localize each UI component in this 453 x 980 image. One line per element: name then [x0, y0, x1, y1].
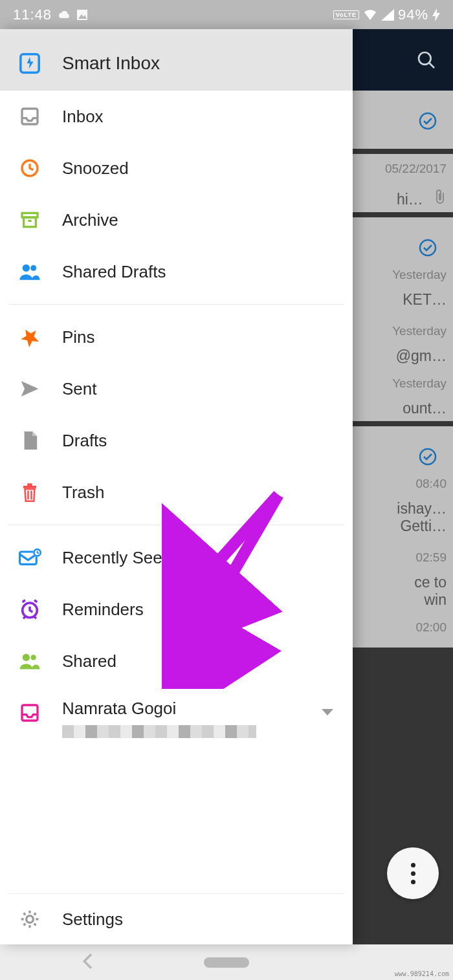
mail-date: 05/22/2017	[353, 162, 447, 176]
mail-snippet2: Getti…	[353, 517, 447, 535]
mail-snippet: hi…	[397, 191, 423, 208]
account-email-redacted	[62, 725, 256, 738]
watermark: www.989214.com	[395, 970, 449, 977]
shared-icon	[18, 649, 41, 673]
mail-row[interactable]: 02:00	[353, 613, 453, 648]
mail-date: Yesterday	[353, 324, 447, 338]
status-left-icons	[58, 9, 88, 21]
svg-line-5	[429, 63, 434, 68]
drawer-item-inbox[interactable]: Inbox	[0, 91, 353, 142]
drawer-item-label: Trash	[62, 483, 105, 503]
drawer-item-label: Sent	[62, 379, 97, 399]
mail-row[interactable]	[353, 91, 453, 149]
attachment-icon	[435, 189, 447, 208]
svg-point-37	[27, 916, 34, 923]
drawer-item-trash[interactable]: Trash	[0, 466, 353, 518]
search-icon[interactable]	[416, 50, 437, 71]
mail-snippet: ishay…	[353, 500, 447, 517]
svg-line-32	[34, 616, 36, 618]
status-right-icons: VoLTE 94%	[333, 6, 440, 23]
drawer-item-recently-seen[interactable]: Recently Seen	[0, 532, 353, 583]
archive-icon	[18, 208, 41, 232]
drawer-item-snoozed[interactable]: Snoozed	[0, 142, 353, 194]
svg-rect-35	[22, 705, 38, 721]
nav-back-button[interactable]	[81, 953, 94, 972]
mail-row[interactable]: 02:59 ce to win	[353, 543, 453, 613]
svg-line-31	[23, 616, 25, 618]
status-time: 11:48	[13, 6, 52, 23]
drawer-item-smart-inbox[interactable]: Smart Inbox	[0, 36, 353, 91]
app-topbar	[353, 29, 453, 91]
svg-marker-2	[381, 9, 394, 21]
gear-icon	[18, 908, 41, 931]
mail-snippet2: win	[353, 591, 447, 609]
drawer-item-label: Inbox	[62, 107, 104, 127]
svg-line-29	[23, 600, 25, 602]
drawer-item-drafts[interactable]: Drafts	[0, 415, 353, 466]
mail-date: 08:40	[353, 477, 447, 491]
svg-point-6	[420, 113, 436, 129]
navigation-drawer: Smart Inbox Inbox Snoozed Archive	[0, 29, 353, 944]
image-icon	[76, 9, 88, 21]
drawer-item-label: Settings	[62, 909, 123, 930]
svg-point-8	[420, 449, 436, 464]
svg-point-34	[30, 655, 36, 660]
snoozed-icon	[18, 157, 41, 180]
mail-row[interactable]: 05/22/2017 hi…	[353, 154, 453, 212]
svg-point-33	[23, 654, 30, 661]
android-navbar	[0, 944, 453, 980]
drawer-item-sent[interactable]: Sent	[0, 363, 353, 415]
drafts-icon	[18, 429, 41, 452]
volte-icon: VoLTE	[333, 10, 359, 19]
mail-snippet: ount…	[353, 400, 447, 417]
check-icon	[418, 238, 437, 261]
mail-row[interactable]: Yesterday ount…	[353, 369, 453, 421]
drawer-item-label: Drafts	[62, 431, 107, 451]
mail-snippet: ce to	[353, 574, 447, 591]
mail-date: 02:00	[353, 620, 447, 635]
drawer-item-label: Pins	[62, 327, 95, 347]
check-icon	[418, 111, 437, 135]
drawer-item-pins[interactable]: Pins	[0, 311, 353, 363]
svg-marker-3	[432, 8, 440, 21]
battery-text: 94%	[398, 6, 428, 23]
cloud-icon	[58, 10, 71, 19]
sent-icon	[18, 377, 41, 400]
mail-row[interactable]: Yesterday KET…	[353, 217, 453, 316]
nav-home-button[interactable]	[204, 957, 249, 968]
svg-line-30	[34, 600, 37, 602]
mail-row[interactable]: Yesterday @gm…	[353, 316, 453, 369]
svg-marker-18	[19, 327, 40, 347]
smart-inbox-icon	[18, 52, 41, 75]
drawer-item-label: Recently Seen	[62, 548, 171, 568]
svg-marker-20	[32, 431, 37, 436]
pin-icon	[18, 325, 41, 349]
svg-rect-14	[24, 217, 36, 227]
signal-icon	[381, 9, 394, 21]
divider	[9, 304, 344, 305]
check-icon	[418, 447, 437, 470]
drawer-item-reminders[interactable]: Reminders	[0, 583, 353, 635]
charging-icon	[432, 8, 440, 21]
mail-row[interactable]: 08:40 ishay… Getti…	[353, 426, 453, 543]
drawer-account[interactable]: Namrata Gogoi	[0, 687, 353, 743]
drawer-item-label: Shared	[62, 651, 116, 671]
drawer-item-shared-drafts[interactable]: Shared Drafts	[0, 246, 353, 298]
trash-icon	[18, 481, 41, 504]
drawer-item-label: Shared Drafts	[62, 262, 166, 282]
drawer-item-shared[interactable]: Shared	[0, 635, 353, 687]
mail-date: Yesterday	[353, 268, 447, 282]
drawer-item-settings[interactable]: Settings	[0, 894, 353, 944]
chevron-down-icon[interactable]	[322, 708, 333, 719]
mail-snippet: @gm…	[353, 347, 447, 365]
inbox-icon	[18, 105, 41, 128]
wifi-icon	[363, 9, 377, 21]
svg-rect-22	[27, 483, 32, 486]
drawer-item-archive[interactable]: Archive	[0, 194, 353, 246]
account-name: Namrata Gogoi	[62, 699, 256, 719]
svg-marker-36	[322, 709, 333, 715]
more-fab[interactable]	[387, 847, 439, 899]
mail-date: Yesterday	[353, 376, 447, 391]
drawer-item-label: Reminders	[62, 600, 144, 620]
svg-point-16	[23, 265, 30, 272]
